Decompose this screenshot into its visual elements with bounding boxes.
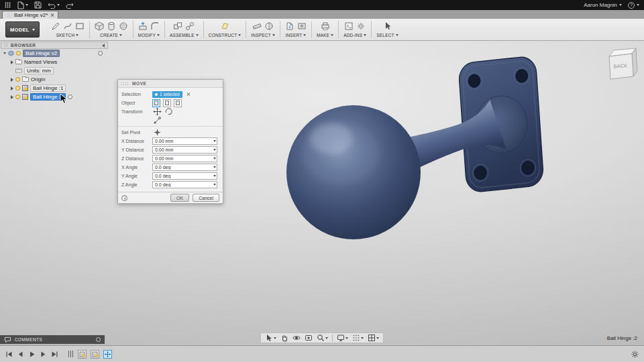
collapsed-node-icon[interactable] bbox=[11, 95, 13, 99]
timeline-step-back-button[interactable] bbox=[16, 350, 25, 359]
look-at-button[interactable] bbox=[305, 334, 313, 342]
caret-down-icon[interactable] bbox=[213, 149, 216, 151]
modify-fillet-icon[interactable] bbox=[150, 21, 160, 31]
y-distance-input[interactable] bbox=[152, 146, 217, 154]
addins-gear-icon[interactable] bbox=[356, 21, 366, 31]
toolbar-group-label[interactable]: SKETCH bbox=[56, 33, 75, 38]
units-label[interactable]: Units: mm bbox=[24, 67, 54, 74]
toolbar-group-label[interactable]: MAKE bbox=[317, 33, 329, 38]
y-angle-input[interactable] bbox=[152, 172, 217, 180]
app-grid-menu-icon[interactable] bbox=[5, 2, 11, 8]
view-cube[interactable]: BACK bbox=[602, 46, 639, 86]
zoom-tool-button[interactable] bbox=[317, 334, 328, 342]
inspect-section-icon[interactable] bbox=[264, 21, 274, 31]
select-tool-button[interactable] bbox=[265, 334, 276, 342]
browser-row-named-views[interactable]: Named Views bbox=[1, 58, 108, 66]
sketch-rectangle-icon[interactable] bbox=[75, 21, 85, 31]
visibility-bulb-icon[interactable] bbox=[15, 77, 20, 82]
grid-snap-button[interactable] bbox=[352, 334, 364, 342]
free-move-button[interactable] bbox=[152, 107, 162, 116]
file-menu-button[interactable] bbox=[17, 1, 28, 9]
viewports-button[interactable] bbox=[368, 334, 379, 342]
object-type-body-button[interactable] bbox=[163, 99, 171, 107]
visibility-bulb-icon[interactable] bbox=[16, 51, 21, 56]
timeline-step-forward-button[interactable] bbox=[39, 350, 48, 359]
select-cursor-icon[interactable] bbox=[383, 21, 392, 31]
caret-down-icon[interactable] bbox=[213, 184, 216, 186]
cancel-button[interactable]: Cancel bbox=[193, 194, 219, 202]
toolbar-group-label[interactable]: ADD-INS bbox=[343, 33, 362, 38]
document-tab[interactable]: Ball Hinge v2* bbox=[2, 11, 58, 19]
pan-tool-button[interactable] bbox=[280, 334, 288, 342]
browser-row-component-1[interactable]: Ball Hinge :1 bbox=[1, 84, 108, 93]
timeline-feature-move-selected[interactable] bbox=[103, 350, 112, 359]
comments-bar[interactable]: COMMENTS bbox=[0, 335, 105, 344]
create-sphere-icon[interactable] bbox=[119, 21, 128, 31]
collapsed-node-icon[interactable] bbox=[11, 86, 13, 90]
move-dialog-titlebar[interactable]: MOVE bbox=[118, 80, 223, 88]
named-views-label[interactable]: Named Views bbox=[24, 59, 57, 65]
timeline-skip-end-button[interactable] bbox=[50, 350, 59, 359]
clear-selection-icon[interactable] bbox=[186, 93, 191, 97]
toolbar-group-label[interactable]: CONSTRUCT bbox=[209, 33, 237, 38]
caret-down-icon[interactable] bbox=[213, 158, 216, 160]
browser-row-units[interactable]: Units: mm bbox=[1, 66, 108, 75]
activate-radio-icon[interactable] bbox=[98, 51, 103, 56]
display-settings-button[interactable] bbox=[337, 334, 348, 342]
component-1-label[interactable]: Ball Hinge :1 bbox=[30, 84, 66, 92]
object-type-face-button[interactable] bbox=[174, 99, 182, 107]
timeline-playhead-handle[interactable] bbox=[68, 351, 74, 357]
modify-press-pull-icon[interactable] bbox=[138, 21, 148, 31]
object-type-component-button[interactable] bbox=[152, 99, 160, 107]
toolbar-group-label[interactable]: INSERT bbox=[285, 33, 302, 38]
collapse-browser-icon[interactable] bbox=[102, 44, 105, 48]
drag-grip-icon[interactable] bbox=[121, 82, 129, 86]
viewport-3d[interactable]: BROWSER Ball Hinge v2 Named Views Units:… bbox=[0, 41, 644, 345]
toolbar-group-label[interactable]: SELECT bbox=[376, 33, 394, 38]
root-document-label[interactable]: Ball Hinge v2 bbox=[23, 50, 60, 57]
browser-header[interactable]: BROWSER bbox=[1, 42, 108, 49]
info-icon[interactable] bbox=[121, 195, 127, 201]
toolbar-group-label[interactable]: MODIFY bbox=[138, 33, 156, 38]
browser-row-component-2[interactable]: Ball Hinge :2 bbox=[1, 93, 108, 101]
ok-button[interactable]: OK bbox=[170, 194, 189, 202]
insert-file-icon[interactable] bbox=[285, 21, 294, 31]
construct-plane-icon[interactable] bbox=[220, 21, 229, 31]
workspace-selector[interactable]: MODEL bbox=[5, 21, 40, 38]
origin-label[interactable]: Origin bbox=[31, 76, 45, 82]
timeline-settings-gear-icon[interactable] bbox=[631, 350, 639, 359]
viewcube-face-label[interactable]: BACK bbox=[613, 62, 627, 69]
timeline-play-button[interactable] bbox=[28, 350, 36, 359]
activate-radio-icon[interactable] bbox=[68, 95, 72, 99]
collapsed-node-icon[interactable] bbox=[11, 60, 13, 64]
caret-down-icon[interactable] bbox=[213, 175, 216, 177]
inspect-measure-icon[interactable] bbox=[252, 21, 262, 31]
sketch-spline-icon[interactable] bbox=[63, 21, 72, 31]
visibility-bulb-icon[interactable] bbox=[15, 95, 20, 99]
collapsed-node-icon[interactable] bbox=[11, 78, 13, 82]
z-distance-input[interactable] bbox=[152, 155, 217, 162]
caret-down-icon[interactable] bbox=[213, 140, 216, 142]
assemble-joint-icon[interactable] bbox=[185, 21, 195, 31]
browser-root-row[interactable]: Ball Hinge v2 bbox=[1, 49, 108, 58]
redo-button[interactable] bbox=[66, 1, 74, 9]
undo-button[interactable] bbox=[48, 1, 60, 9]
help-button[interactable]: ? bbox=[628, 2, 639, 9]
timeline-feature-component-1[interactable] bbox=[78, 350, 87, 359]
rotate-transform-button[interactable] bbox=[164, 107, 174, 116]
z-angle-input[interactable] bbox=[152, 181, 217, 188]
toolbar-group-label[interactable]: CREATE bbox=[100, 33, 118, 38]
comments-expand-icon[interactable] bbox=[96, 337, 101, 342]
addins-scripts-icon[interactable] bbox=[344, 21, 354, 31]
user-account-button[interactable]: Aaron Magnin bbox=[584, 2, 622, 8]
visibility-bulb-icon[interactable] bbox=[15, 86, 20, 90]
save-button[interactable] bbox=[34, 1, 42, 9]
sketch-pencil-icon[interactable] bbox=[51, 21, 60, 31]
orbit-tool-button[interactable] bbox=[292, 334, 301, 342]
create-cylinder-icon[interactable] bbox=[107, 21, 116, 31]
set-pivot-button[interactable] bbox=[152, 128, 162, 137]
toolbar-group-label[interactable]: INSPECT bbox=[251, 33, 271, 38]
insert-decal-icon[interactable] bbox=[297, 21, 307, 31]
timeline-feature-component-2[interactable] bbox=[91, 350, 99, 359]
assemble-component-icon[interactable] bbox=[173, 21, 182, 31]
